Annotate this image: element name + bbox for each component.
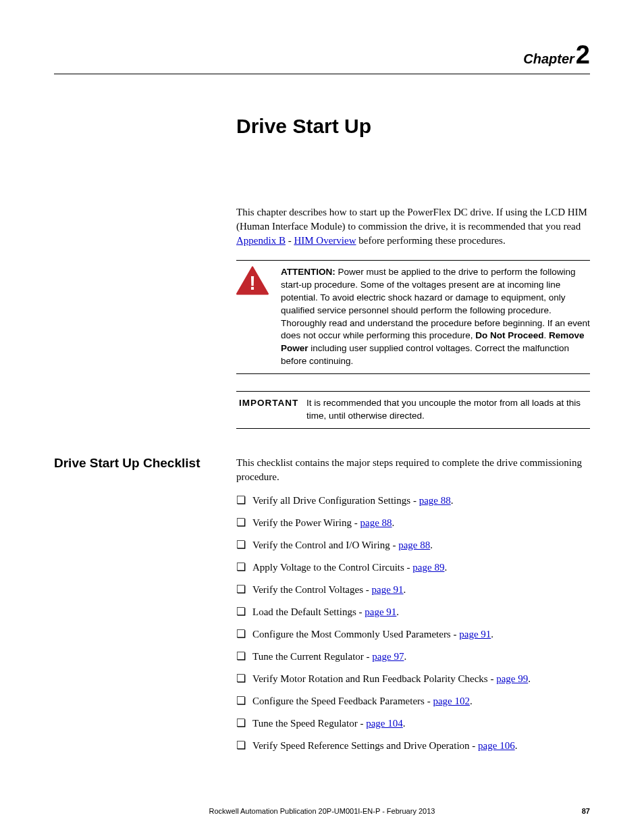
- attention-label: ATTENTION:: [281, 267, 336, 277]
- appendix-b-link[interactable]: Appendix B: [236, 235, 286, 246]
- list-item: ❏Apply Voltage to the Control Circuits -…: [236, 561, 590, 575]
- intro-text-1: This chapter describes how to start up t…: [236, 207, 587, 232]
- item-suffix: .: [470, 696, 473, 706]
- item-suffix: .: [491, 629, 493, 640]
- item-suffix: .: [528, 673, 531, 684]
- item-text: Configure the Most Commonly Used Paramet…: [252, 629, 459, 640]
- attention-bold-1: Do Not Proceed: [475, 330, 543, 340]
- item-text: Verify Speed Reference Settings and Driv…: [252, 740, 478, 751]
- chapter-header: Chapter2: [54, 41, 590, 70]
- page-link[interactable]: page 91: [459, 629, 491, 640]
- item-suffix: .: [404, 651, 406, 662]
- list-item: ❏Tune the Speed Regulator - page 104.: [236, 716, 590, 731]
- intro-paragraph: This chapter describes how to start up t…: [236, 205, 590, 248]
- footer-page-number: 87: [582, 807, 590, 815]
- checkbox-icon: ❏: [236, 494, 252, 506]
- page-link[interactable]: page 104: [366, 718, 403, 729]
- checklist-intro: This checklist contains the major steps …: [236, 456, 590, 484]
- intro-text-2: before performing these procedures.: [356, 235, 505, 246]
- page-footer: Rockwell Automation Publication 20P-UM00…: [54, 807, 590, 815]
- checkbox-icon: ❏: [236, 583, 252, 596]
- checkbox-icon: ❏: [236, 716, 252, 729]
- item-suffix: .: [403, 718, 406, 729]
- page-link[interactable]: page 91: [365, 606, 396, 617]
- item-suffix: .: [404, 584, 406, 595]
- page-link[interactable]: page 102: [433, 696, 470, 706]
- list-item: ❏Tune the Current Regulator - page 97.: [236, 650, 590, 664]
- attention-text: ATTENTION: Power must be applied to the …: [281, 266, 590, 368]
- page-link[interactable]: page 106: [478, 740, 515, 751]
- footer-publication: Rockwell Automation Publication 20P-UM00…: [54, 807, 590, 815]
- item-suffix: .: [444, 562, 447, 573]
- page-link[interactable]: page 89: [412, 562, 444, 573]
- item-text: Verify all Drive Configuration Settings …: [252, 495, 419, 506]
- list-item: ❏Configure the Most Commonly Used Parame…: [236, 627, 590, 642]
- page-link[interactable]: page 88: [360, 517, 392, 528]
- item-text: Verify the Control Voltages -: [252, 584, 372, 595]
- checkbox-icon: ❏: [236, 538, 252, 551]
- list-item: ❏Verify the Control Voltages - page 91.: [236, 583, 590, 597]
- page-link[interactable]: page 88: [419, 495, 451, 506]
- item-suffix: .: [430, 540, 433, 550]
- item-text: Load the Default Settings -: [252, 606, 365, 617]
- attention-mid-1: .: [543, 330, 549, 340]
- item-text: Verify the Control and I/O Wiring -: [252, 540, 398, 550]
- important-label: IMPORTANT: [239, 397, 306, 423]
- page-link[interactable]: page 99: [496, 673, 528, 684]
- attention-body-2: including user supplied control voltages…: [281, 343, 569, 366]
- list-item: ❏Verify all Drive Configuration Settings…: [236, 494, 590, 508]
- item-text: Configure the Speed Feedback Parameters …: [252, 696, 433, 706]
- chapter-number: 2: [576, 41, 590, 69]
- item-suffix: .: [515, 740, 518, 751]
- sidebar-heading: Drive Start Up Checklist: [54, 456, 236, 761]
- intro-mid: -: [286, 235, 294, 246]
- list-item: ❏Configure the Speed Feedback Parameters…: [236, 694, 590, 708]
- item-suffix: .: [451, 495, 454, 506]
- page-link[interactable]: page 88: [398, 540, 430, 550]
- page-link[interactable]: page 97: [372, 651, 404, 662]
- attention-box: ! ATTENTION: Power must be applied to th…: [236, 260, 590, 374]
- list-item: ❏Verify Motor Rotation and Run Feedback …: [236, 672, 590, 686]
- important-box: IMPORTANT It is recommended that you unc…: [236, 391, 590, 429]
- item-text: Verify the Power Wiring -: [252, 517, 360, 528]
- item-text: Verify Motor Rotation and Run Feedback P…: [252, 673, 496, 684]
- item-suffix: .: [392, 517, 395, 528]
- page-link[interactable]: page 91: [372, 584, 404, 595]
- checkbox-icon: ❏: [236, 561, 252, 573]
- checklist: ❏Verify all Drive Configuration Settings…: [236, 494, 590, 753]
- checkbox-icon: ❏: [236, 627, 252, 640]
- checkbox-icon: ❏: [236, 650, 252, 662]
- him-overview-link[interactable]: HIM Overview: [294, 235, 356, 246]
- list-item: ❏Verify Speed Reference Settings and Dri…: [236, 739, 590, 753]
- checkbox-icon: ❏: [236, 605, 252, 618]
- item-text: Apply Voltage to the Control Circuits -: [252, 562, 412, 573]
- list-item: ❏Verify the Control and I/O Wiring - pag…: [236, 538, 590, 552]
- item-text: Tune the Speed Regulator -: [252, 718, 366, 729]
- checkbox-icon: ❏: [236, 516, 252, 529]
- important-text: It is recommended that you uncouple the …: [306, 397, 587, 423]
- checkbox-icon: ❏: [236, 672, 252, 685]
- page-title: Drive Start Up: [236, 115, 590, 138]
- checkbox-icon: ❏: [236, 694, 252, 707]
- list-item: ❏Verify the Power Wiring - page 88.: [236, 516, 590, 530]
- svg-text:!: !: [249, 272, 256, 294]
- list-item: ❏Load the Default Settings - page 91.: [236, 605, 590, 619]
- item-text: Tune the Current Regulator -: [252, 651, 372, 662]
- checkbox-icon: ❏: [236, 739, 252, 752]
- header-rule: [54, 74, 590, 74]
- chapter-label: Chapter: [523, 51, 574, 66]
- attention-icon: !: [236, 266, 281, 368]
- item-suffix: .: [396, 606, 399, 617]
